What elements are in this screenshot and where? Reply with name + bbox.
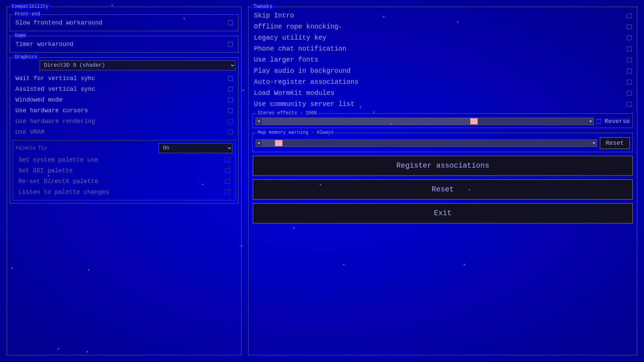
auto-register-text: Auto-register associations	[254, 78, 359, 86]
use-vram-text: Use VRAM	[15, 129, 44, 135]
exit-button[interactable]: Exit	[253, 203, 633, 224]
stereo-thumb[interactable]	[470, 118, 478, 124]
palette-fix-dropdown[interactable]: On Off	[159, 143, 232, 153]
compatibility-panel: Compatibility Front-end Slow frontend wo…	[7, 7, 241, 355]
timer-workaround-checkbox[interactable]	[228, 42, 233, 47]
use-larger-fonts-text: Use larger fonts	[254, 56, 318, 64]
assisted-vsync-text: Assisted vertical sync	[15, 86, 95, 93]
auto-register-row: Auto-register associations	[253, 77, 633, 86]
palette-fix-section: Palette fix On Off Set system palette us…	[13, 140, 235, 200]
slow-frontend-row: Slow frontend workaround	[13, 17, 235, 28]
map-thumb[interactable]	[275, 140, 282, 146]
frontend-label: Front-end	[13, 11, 42, 17]
listen-palette-checkbox[interactable]	[225, 190, 230, 194]
graphics-group: Graphics Direct3D 9 (shader) Direct3D 8 …	[10, 57, 238, 203]
assisted-vsync-checkbox[interactable]	[228, 87, 233, 92]
register-associations-button[interactable]: Register associations	[253, 156, 633, 176]
stereo-left-arrow[interactable]: ◄	[256, 119, 261, 124]
stereo-effects-slider-row: ◄ ► Reverse	[256, 118, 630, 125]
map-track-bg	[262, 140, 591, 146]
timer-workaround-text: Timer workaround	[15, 41, 73, 48]
use-vram-checkbox[interactable]	[228, 130, 233, 134]
game-group: Game Timer workaround	[10, 36, 238, 53]
game-label: Game	[13, 33, 28, 38]
phone-chat-text: Phone chat notification	[254, 45, 346, 53]
set-gdi-palette-text: Set GDI palette	[18, 167, 73, 174]
map-memory-section: Map memory warning - Always ◄ ► Reset	[253, 133, 633, 152]
map-memory-slider-row: ◄ ► Reset	[256, 137, 630, 149]
skip-intro-row: Skip Intro	[253, 11, 633, 20]
windowed-mode-row: Windowed mode	[13, 95, 235, 105]
slow-frontend-checkbox[interactable]	[228, 20, 233, 25]
stereo-right-arrow[interactable]: ►	[588, 119, 593, 124]
map-right-arrow[interactable]: ►	[592, 141, 597, 145]
set-gdi-palette-row: Set GDI palette	[16, 165, 232, 176]
timer-workaround-row: Timer workaround	[13, 39, 235, 50]
reverse-container: Reverse	[596, 118, 630, 125]
play-audio-row: Play audio in background	[253, 66, 633, 75]
hw-rendering-row: Use hardware rendering	[13, 116, 235, 127]
reset-dx-palette-checkbox[interactable]	[225, 179, 230, 184]
set-sys-palette-row: Set system palette use	[16, 155, 232, 165]
graphics-header: Graphics Direct3D 9 (shader) Direct3D 8 …	[13, 60, 235, 70]
main-container: Compatibility Front-end Slow frontend wo…	[0, 0, 644, 362]
load-wormkit-checkbox[interactable]	[627, 91, 632, 96]
wait-vsync-checkbox[interactable]	[228, 76, 233, 81]
reverse-checkbox[interactable]	[596, 119, 601, 124]
use-vram-row: Use VRAM	[13, 127, 235, 137]
community-server-text: Use community server list	[254, 100, 355, 108]
skip-intro-text: Skip Intro	[254, 12, 294, 19]
hw-cursors-checkbox[interactable]	[228, 108, 233, 113]
slow-frontend-text: Slow frontend workaround	[15, 19, 102, 26]
hw-rendering-text: Use hardware rendering	[15, 118, 95, 125]
play-audio-text: Play audio in background	[254, 67, 351, 75]
phone-chat-checkbox[interactable]	[627, 47, 632, 51]
stereo-effects-section: Stereo effects - 100% ◄ ► Reverse	[253, 113, 633, 128]
windowed-mode-checkbox[interactable]	[228, 98, 233, 102]
reset-dx-palette-row: Re-set DirectX palette	[16, 176, 232, 187]
hw-cursors-row: Use hardware cursors	[13, 105, 235, 116]
wait-vsync-text: Wait for vertical sync	[15, 75, 95, 82]
legacy-utility-checkbox[interactable]	[627, 36, 632, 40]
legacy-utility-row: Legacy utility key	[253, 33, 633, 42]
set-sys-palette-text: Set system palette use	[18, 157, 98, 163]
map-memory-track[interactable]: ◄ ►	[256, 139, 597, 147]
wait-vsync-row: Wait for vertical sync	[13, 73, 235, 84]
skip-intro-checkbox[interactable]	[627, 13, 632, 18]
reset-button[interactable]: Reset	[253, 179, 633, 200]
frontend-group: Front-end Slow frontend workaround	[10, 14, 238, 31]
assisted-vsync-row: Assisted vertical sync	[13, 84, 235, 95]
reverse-label: Reverse	[604, 118, 630, 125]
community-server-row: Use community server list	[253, 100, 633, 109]
legacy-utility-text: Legacy utility key	[254, 34, 326, 42]
offline-rope-checkbox[interactable]	[627, 24, 632, 29]
graphics-label: Graphics	[13, 54, 39, 60]
listen-palette-row: Listen to palette changes	[16, 187, 232, 197]
listen-palette-text: Listen to palette changes	[18, 189, 109, 195]
community-server-checkbox[interactable]	[627, 102, 632, 107]
load-wormkit-text: Load WormKit modules	[254, 89, 334, 97]
stereo-fill	[262, 118, 474, 125]
auto-register-checkbox[interactable]	[627, 80, 632, 84]
phone-chat-row: Phone chat notification	[253, 44, 633, 53]
play-audio-checkbox[interactable]	[627, 69, 632, 73]
hw-cursors-text: Use hardware cursors	[15, 107, 88, 114]
offline-rope-row: Offline rope knocking	[253, 22, 633, 31]
reset-dx-palette-text: Re-set DirectX palette	[18, 178, 98, 185]
hw-rendering-checkbox[interactable]	[228, 119, 233, 124]
load-wormkit-row: Load WormKit modules	[253, 88, 633, 98]
map-memory-reset-button[interactable]: Reset	[600, 137, 630, 149]
map-memory-label: Map memory warning - Always	[256, 130, 335, 135]
use-larger-fonts-row: Use larger fonts	[253, 55, 633, 64]
palette-fix-header-row: Palette fix On Off	[16, 143, 232, 153]
stereo-track-bg	[262, 118, 587, 125]
graphics-dropdown[interactable]: Direct3D 9 (shader) Direct3D 8 Direct3D …	[40, 60, 235, 70]
compatibility-label: Compatibility	[10, 4, 50, 9]
windowed-mode-text: Windowed mode	[15, 97, 62, 103]
map-left-arrow[interactable]: ◄	[256, 141, 261, 145]
use-larger-fonts-checkbox[interactable]	[627, 58, 632, 62]
stereo-effects-track[interactable]: ◄ ►	[256, 118, 594, 125]
set-gdi-palette-checkbox[interactable]	[225, 168, 230, 173]
set-sys-palette-checkbox[interactable]	[225, 158, 230, 162]
palette-fix-label: Palette fix	[16, 145, 47, 151]
